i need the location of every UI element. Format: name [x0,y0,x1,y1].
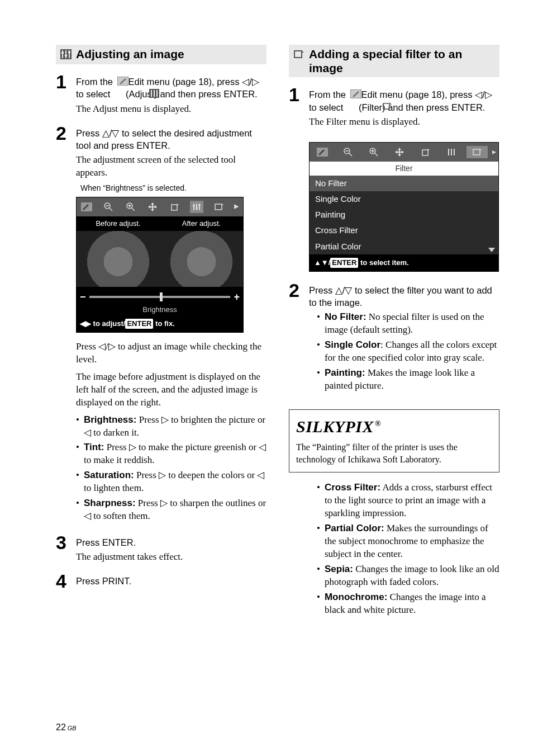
silkypix-logo: SILKYPIX® [296,415,492,438]
adjust-sliders-icon [190,201,203,213]
filter-footer: ▲▼/ENTER to select item. [310,254,498,271]
step-1-note: The Filter menu is displayed. [309,116,499,129]
zoom-in-icon [124,201,137,213]
svg-rect-30 [383,103,389,109]
svg-line-33 [349,153,352,156]
list-item: Monochrome: Changes the image into a bla… [317,591,499,617]
svg-rect-11 [156,90,158,97]
filter-icon [293,48,304,62]
plus-icon: + [234,290,240,304]
preview-before [77,231,160,287]
svg-rect-41 [451,149,452,155]
page-footer: 22GB [56,721,77,734]
list-item: Cross Filter: Adds a cross, starburst ef… [317,481,499,520]
edit-icon [350,89,361,101]
step-1: 1 From the Edit menu (page 18), press ◁/… [289,85,499,128]
minus-icon: − [80,290,86,304]
adjust-sliders-icon [60,48,72,62]
list-item: Sepia: Changes the image to look like an… [317,563,499,589]
filter-icon [467,146,488,158]
filter-options-list-b: Cross Filter: Adds a cross, starburst ef… [317,481,499,616]
svg-rect-40 [448,149,449,155]
svg-rect-1 [62,50,63,58]
svg-rect-25 [196,207,198,209]
zoom-in-icon [363,146,384,158]
svg-line-17 [132,208,135,211]
page-number: 22 [56,722,66,732]
step-4-instruction: Press PRINT. [76,575,266,587]
page-region: GB [68,725,77,731]
silkypix-callout: SILKYPIX® The “Painting” filter of the p… [289,409,499,473]
svg-rect-20 [172,205,177,210]
enter-key-icon: ENTER [125,319,153,329]
zoom-out-icon [337,146,359,158]
step-1: 1 From the Edit menu (page 18), press ◁/… [56,72,266,115]
step-2-para2: The image before adjustment is displayed… [76,371,266,409]
svg-rect-42 [454,149,455,155]
edit-icon [80,201,93,213]
adjust-toolbar: ▸ [77,197,243,216]
step-4: 4 Press PRINT. [56,571,266,590]
filter-options-list-a: No Filter: No special filter is used on … [309,311,499,393]
filter-option: Cross Filter [310,223,498,238]
svg-rect-4 [61,52,64,54]
right-column: Adding a special filter to an image 1 Fr… [289,45,499,619]
svg-rect-5 [65,55,67,56]
filter-icon [382,101,392,114]
step-2-instruction: Press △/▽ to select the desired adjustme… [76,127,266,152]
move-icon [389,146,410,158]
step-2-para1: Press ◁/▷ to adjust an image while check… [76,341,266,366]
slider-label: Brightness [77,305,243,317]
screenshot-caption: When “Brightness” is selected. [80,183,266,193]
step-3: 3 Press ENTER. The adjustment takes effe… [56,533,266,564]
svg-rect-39 [422,150,428,155]
svg-rect-22 [196,204,197,210]
svg-rect-23 [199,204,200,210]
filter-icon [212,201,226,213]
filter-option: Single Color [310,191,498,207]
filter-option-list: No Filter Single Color Painting Cross Fi… [310,176,498,254]
rotate-icon [168,201,182,213]
list-item: Painting: Makes the image look like a pa… [317,367,499,393]
adjust-sliders-icon [441,146,462,158]
svg-rect-2 [65,50,66,58]
adjust-sliders-icon [149,88,159,101]
svg-rect-43 [473,149,480,155]
svg-rect-9 [151,90,152,97]
svg-line-14 [110,208,112,211]
svg-rect-27 [215,204,222,210]
move-icon [146,201,159,213]
step-number: 2 [56,124,68,525]
preview-after [160,231,243,287]
list-item: Partial Color: Makes the surroundings of… [317,522,499,561]
zoom-out-icon [102,201,115,213]
step-3-note: The adjustment takes effect. [76,551,266,564]
adjust-screenshot: ▸ Before adjust. After adjust. − + [76,197,244,333]
filter-toolbar: ▸ [310,143,498,162]
slider-track [89,296,231,298]
chevron-right-icon: ▸ [234,201,240,213]
edit-icon [117,76,129,88]
filter-option: Partial Color [310,239,498,254]
svg-rect-10 [154,90,155,97]
step-1-note: The Adjust menu is displayed. [76,103,266,116]
list-item: Single Color: Changes all the colors exc… [317,339,499,365]
silkypix-text: The “Painting” filter of the printer is … [296,441,492,465]
edit-icon [312,146,333,158]
step-number: 1 [289,85,301,128]
svg-line-36 [375,153,378,156]
filter-menu-title: Filter [310,162,498,176]
step-1-instruction: From the Edit menu (page 18), press ◁/▷ … [76,75,266,101]
before-label: Before adjust. [77,216,160,231]
svg-rect-26 [198,205,201,206]
list-item: Sharpness: Press ▷ to sharpen the outlin… [76,497,266,523]
list-item: Tint: Press ▷ to make the picture greeni… [76,441,266,467]
filter-screenshot: ▸ Filter No Filter Single Color Painting… [309,142,499,272]
step-2-instruction: Press △/▽ to select the filter you want … [309,284,499,309]
step-number: 4 [56,571,68,590]
list-item: Brightness: Press ▷ to brighten the pict… [76,414,266,440]
section-title: Adding a special filter to an image [309,47,495,75]
svg-rect-28 [294,51,302,58]
step-2: 2 Press △/▽ to select the filter you wan… [289,281,499,395]
step-number: 3 [56,533,68,564]
